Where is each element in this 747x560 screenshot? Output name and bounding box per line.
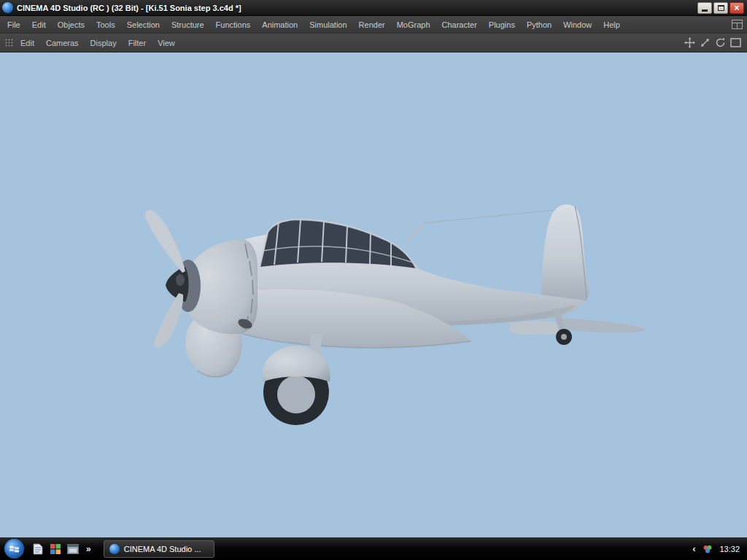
viewport-toolbar: Edit Cameras Display Filter View [0,34,747,52]
rotate-camera-icon[interactable] [714,37,726,49]
taskbar-clock: 13:32 [719,545,740,553]
aircraft-model-render [0,52,747,537]
menu-help[interactable]: Help [597,16,626,34]
minimize-icon [702,9,708,12]
quick-launch-app-icon[interactable] [66,542,79,555]
quick-launch-media-icon[interactable] [49,542,61,555]
window-title: CINEMA 4D Studio (RC ) (32 Bit) - [Ki.51… [17,4,694,12]
main-menubar: File Edit Objects Tools Selection Struct… [0,16,747,34]
close-button[interactable]: × [729,2,744,14]
menu-render[interactable]: Render [353,16,391,34]
menu-functions[interactable]: Functions [210,16,257,34]
maximize-icon [718,5,724,11]
zoom-camera-icon[interactable] [699,37,711,49]
viewport-menu-display[interactable]: Display [85,34,123,52]
taskbar: » CINEMA 4D Studio ... ‹ 13:32 [0,537,747,560]
viewport-nav-controls [684,37,744,49]
menu-file[interactable]: File [1,16,26,34]
quick-launch-overflow-chevron[interactable]: » [84,544,93,554]
close-icon: × [734,4,739,12]
layout-palette-icon[interactable] [731,19,743,31]
menu-character[interactable]: Character [436,16,483,34]
cinema4d-taskbar-icon [109,544,120,554]
toolbar-grip-icon[interactable] [3,37,15,49]
tray-utility-icon[interactable] [701,542,713,555]
menu-objects[interactable]: Objects [52,16,90,34]
cinema4d-app-icon [2,2,13,13]
menu-structure[interactable]: Structure [166,16,210,34]
menu-edit[interactable]: Edit [26,16,52,34]
3d-viewport[interactable] [0,52,747,537]
system-tray: ‹ 13:32 [692,542,743,555]
menu-tools[interactable]: Tools [90,16,121,34]
menu-simulation[interactable]: Simulation [303,16,352,34]
windows-flag-icon [9,543,20,554]
menu-plugins[interactable]: Plugins [483,16,521,34]
viewport-menu-cameras[interactable]: Cameras [40,34,85,52]
window-controls: × [697,2,745,14]
viewport-menu-edit[interactable]: Edit [15,34,40,52]
menu-window[interactable]: Window [557,16,597,34]
taskbar-app-label: CINEMA 4D Studio ... [124,545,201,553]
quick-launch-bar: » [31,542,93,555]
start-button[interactable] [4,539,24,559]
tray-collapse-chevron[interactable]: ‹ [692,543,695,554]
minimize-button[interactable] [697,2,712,14]
viewport-menu-view[interactable]: View [152,34,181,52]
taskbar-app-button[interactable]: CINEMA 4D Studio ... [104,540,214,558]
window-titlebar: CINEMA 4D Studio (RC ) (32 Bit) - [Ki.51… [0,0,747,16]
toggle-viewport-icon[interactable] [729,37,741,49]
viewport-menu-filter[interactable]: Filter [123,34,152,52]
pan-camera-icon[interactable] [684,37,695,49]
menu-mograph[interactable]: MoGraph [391,16,436,34]
quick-launch-document-icon[interactable] [31,542,44,555]
menu-animation[interactable]: Animation [256,16,303,34]
menu-selection[interactable]: Selection [121,16,166,34]
menu-python[interactable]: Python [521,16,557,34]
maximize-button[interactable] [713,2,728,14]
